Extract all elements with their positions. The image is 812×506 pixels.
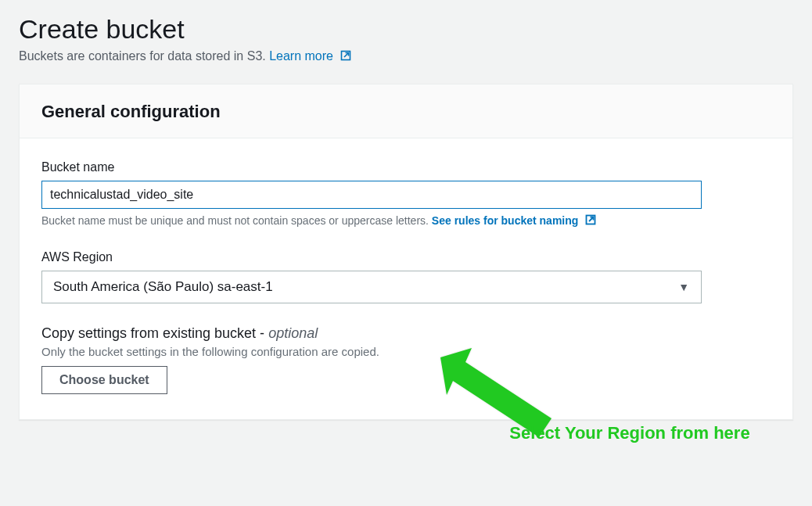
copy-settings-heading: Copy settings from existing bucket - opt… xyxy=(41,325,771,342)
choose-bucket-button[interactable]: Choose bucket xyxy=(41,366,167,394)
page-subtitle: Buckets are containers for data stored i… xyxy=(19,49,793,65)
region-selected-text: South America (São Paulo) sa-east-1 xyxy=(53,279,273,294)
region-label: AWS Region xyxy=(41,250,702,264)
subtitle-text: Buckets are containers for data stored i… xyxy=(19,49,269,63)
page-title: Create bucket xyxy=(19,14,793,45)
panel-header: General configuration xyxy=(20,84,792,138)
annotation-text: Select Your Region from here xyxy=(505,422,755,445)
bucket-naming-rules-link[interactable]: See rules for bucket naming xyxy=(432,214,597,227)
region-select[interactable]: South America (São Paulo) sa-east-1 xyxy=(41,271,702,303)
region-group: AWS Region South America (São Paulo) sa-… xyxy=(41,250,702,303)
bucket-naming-rules-text: See rules for bucket naming xyxy=(432,214,579,227)
external-link-icon xyxy=(584,214,597,228)
bucket-name-label: Bucket name xyxy=(41,160,771,174)
copy-settings-sub: Only the bucket settings in the followin… xyxy=(41,345,771,358)
bucket-name-hint: Bucket name must be unique and must not … xyxy=(41,214,771,228)
copy-heading-optional: optional xyxy=(268,325,318,341)
config-panel: General configuration Bucket name Bucket… xyxy=(19,84,793,420)
panel-body: Bucket name Bucket name must be unique a… xyxy=(20,138,792,419)
copy-settings-group: Copy settings from existing bucket - opt… xyxy=(41,325,771,394)
bucket-name-group: Bucket name Bucket name must be unique a… xyxy=(41,160,771,228)
panel-title: General configuration xyxy=(41,102,771,122)
region-select-wrap: South America (São Paulo) sa-east-1 ▼ xyxy=(41,271,702,303)
learn-more-text: Learn more xyxy=(269,49,333,63)
external-link-icon xyxy=(340,49,352,65)
copy-heading-prefix: Copy settings from existing bucket - xyxy=(41,325,268,341)
learn-more-link[interactable]: Learn more xyxy=(269,49,352,63)
bucket-name-input[interactable] xyxy=(41,181,702,209)
bucket-name-hint-text: Bucket name must be unique and must not … xyxy=(41,214,432,227)
page-header: Create bucket Buckets are containers for… xyxy=(0,0,812,77)
